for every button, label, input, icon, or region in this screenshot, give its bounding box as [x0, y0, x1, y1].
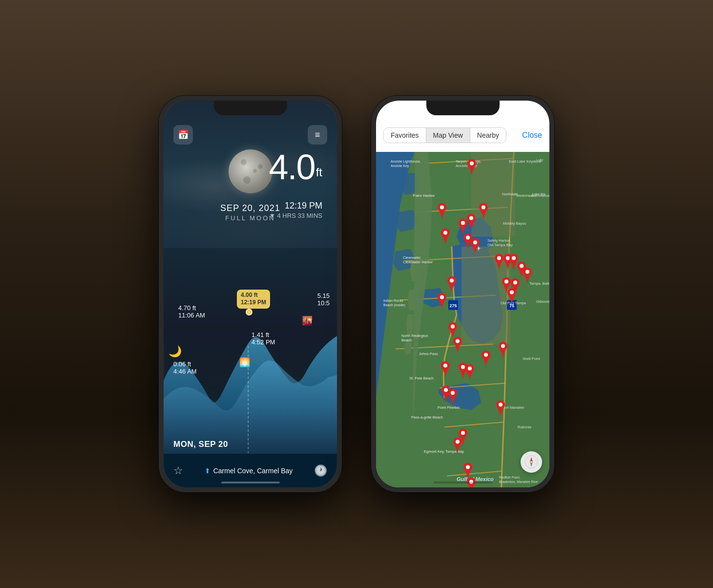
hrs-mins-text: 4 HRS 33 MINS — [277, 212, 322, 219]
low-tide-1-label: 0.06 ft 4:46 AM — [173, 360, 197, 375]
svg-text:Beach (inside): Beach (inside) — [383, 303, 405, 307]
svg-point-126 — [466, 465, 470, 469]
svg-point-116 — [444, 388, 448, 392]
svg-point-94 — [504, 280, 508, 284]
svg-point-82 — [497, 256, 501, 260]
svg-point-78 — [466, 236, 470, 240]
svg-text:Clearwater Harbor: Clearwater Harbor — [403, 260, 433, 264]
day-label: MON, SEP 20 — [173, 440, 228, 449]
tide-chart-svg — [164, 248, 337, 453]
svg-point-98 — [510, 291, 514, 294]
chart-sunset-icon: 🌇 — [302, 315, 313, 326]
moon-crater-4 — [258, 164, 263, 169]
svg-point-72 — [469, 216, 473, 220]
favorites-star-icon[interactable]: ☆ — [173, 464, 183, 477]
svg-text:Northdale: Northdale — [502, 192, 518, 196]
svg-text:Palm Harbor: Palm Harbor — [413, 193, 435, 198]
history-icon[interactable]: 🕐 — [314, 464, 327, 477]
svg-point-100 — [440, 295, 444, 299]
svg-text:Johns Pass: Johns Pass — [419, 352, 438, 356]
map-background: 275 75 ✈ ✈ Gulf of Mexico Gulf Harbors — [376, 152, 549, 487]
svg-point-74 — [461, 221, 465, 225]
high-tide-1-time: 11:06 AM — [178, 312, 205, 319]
compass-button[interactable] — [521, 451, 542, 473]
close-button[interactable]: Close — [522, 131, 542, 140]
chart-sunrise-icon: 🌅 — [239, 357, 250, 368]
svg-point-96 — [513, 281, 517, 285]
tide-unit: ft — [316, 166, 322, 179]
map-container[interactable]: 275 75 ✈ ✈ Gulf of Mexico Gulf Harbors — [376, 152, 549, 487]
compass-icon — [524, 455, 538, 469]
calendar-button[interactable]: 📅 — [173, 125, 193, 145]
svg-point-110 — [468, 367, 472, 371]
phone-2: Favorites Map View Nearby Close — [371, 96, 554, 492]
location-display: ⬆ Carmel Cove, Carmel Bay — [205, 467, 293, 475]
time-until: ▼ 4 HRS 33 MINS — [269, 212, 322, 219]
tide-number: 4.0 — [269, 147, 315, 187]
map-header: Favorites Map View Nearby Close — [376, 123, 549, 148]
low-tide-2-value: 1.41 ft — [252, 331, 275, 338]
low-tide-2-label: 1.41 ft 4:52 PM — [252, 331, 275, 346]
svg-marker-136 — [530, 457, 533, 462]
svg-text:Old Port Tampa: Old Port Tampa — [501, 301, 526, 305]
svg-point-84 — [506, 256, 510, 260]
svg-text:Tampa, Balli: Tampa, Balli — [529, 281, 549, 286]
map-screen: Favorites Map View Nearby Close — [376, 101, 549, 487]
tab-nearby[interactable]: Nearby — [470, 128, 506, 143]
svg-point-68 — [440, 206, 444, 210]
svg-text:St. Pete Beach: St. Pete Beach — [409, 376, 434, 380]
svg-point-102 — [451, 325, 455, 329]
moon-crater-1 — [241, 159, 247, 165]
tide-large-value: 4.0ft — [269, 149, 322, 185]
svg-text:Old-Tampa Bay: Old-Tampa Bay — [487, 243, 513, 247]
menu-icon: ≡ — [315, 130, 320, 140]
svg-text:Lake Ma: Lake Ma — [532, 192, 545, 196]
home-indicator-1 — [221, 482, 280, 483]
svg-text:Shell Point: Shell Point — [523, 357, 541, 361]
low-tide-1-value: 0.06 ft — [173, 360, 197, 368]
current-tide-bubble: 4.00 ft 12:19 PM — [237, 290, 270, 309]
menu-button[interactable]: ≡ — [308, 125, 327, 145]
moon-crater-2 — [253, 169, 257, 173]
svg-text:Keystone: Keystone — [526, 159, 542, 164]
svg-point-88 — [520, 264, 524, 268]
tab-map-view[interactable]: Map View — [426, 128, 470, 143]
svg-point-122 — [461, 431, 465, 435]
high-tide-2-time: 10:5 — [317, 299, 330, 307]
calendar-icon: 📅 — [178, 129, 189, 140]
svg-marker-137 — [530, 462, 533, 467]
svg-point-90 — [525, 270, 529, 274]
moon-crater-3 — [243, 176, 251, 184]
svg-point-86 — [512, 256, 516, 260]
map-svg: 275 75 ✈ ✈ Gulf of Mexico Gulf Harbors — [376, 152, 549, 487]
down-arrow-icon: ▼ — [269, 212, 275, 219]
tide-screen: 📅 ≡ SEP 20, 2021 FULL MOON — [164, 101, 337, 487]
svg-point-80 — [473, 241, 477, 245]
current-tide-value: 4.00 ft — [241, 292, 266, 299]
svg-text:East Lake: East Lake — [509, 159, 525, 164]
svg-text:Port Manatee: Port Manatee — [502, 405, 524, 410]
svg-point-66 — [470, 162, 474, 166]
svg-text:275: 275 — [449, 303, 457, 308]
location-arrow-icon: ⬆ — [205, 467, 210, 475]
high-tide-1-label: 4.70 ft 11:06 AM — [178, 304, 205, 319]
svg-text:Pass-a-grille Beach: Pass-a-grille Beach — [411, 415, 443, 420]
svg-point-108 — [461, 365, 465, 369]
svg-text:Gibsonton: Gibsonton — [536, 299, 549, 304]
tide-header: 📅 ≡ — [164, 125, 337, 145]
svg-text:Anclote Lighthouse,: Anclote Lighthouse, — [391, 160, 421, 164]
svg-point-112 — [501, 344, 505, 348]
svg-point-118 — [451, 391, 455, 395]
high-tide-2-label: 5.15 10:5 — [317, 292, 330, 307]
current-tide-dot — [246, 309, 252, 315]
tide-chart-area: 4.70 ft 11:06 AM 5.15 10:5 0.06 ft 4:46 … — [164, 248, 337, 453]
svg-text:Redfish Point,: Redfish Point, — [499, 476, 521, 479]
svg-text:Rubonia: Rubonia — [518, 425, 532, 429]
svg-point-106 — [443, 364, 447, 368]
high-tide-2-value: 5.15 — [317, 292, 330, 299]
svg-text:Indian Rocks: Indian Rocks — [383, 299, 403, 302]
svg-text:Point Pinellas: Point Pinellas — [438, 405, 460, 410]
svg-text:North Redington: North Redington — [401, 334, 428, 338]
time-section: 12:19 PM ▼ 4 HRS 33 MINS — [269, 201, 322, 219]
tab-favorites[interactable]: Favorites — [384, 128, 426, 143]
